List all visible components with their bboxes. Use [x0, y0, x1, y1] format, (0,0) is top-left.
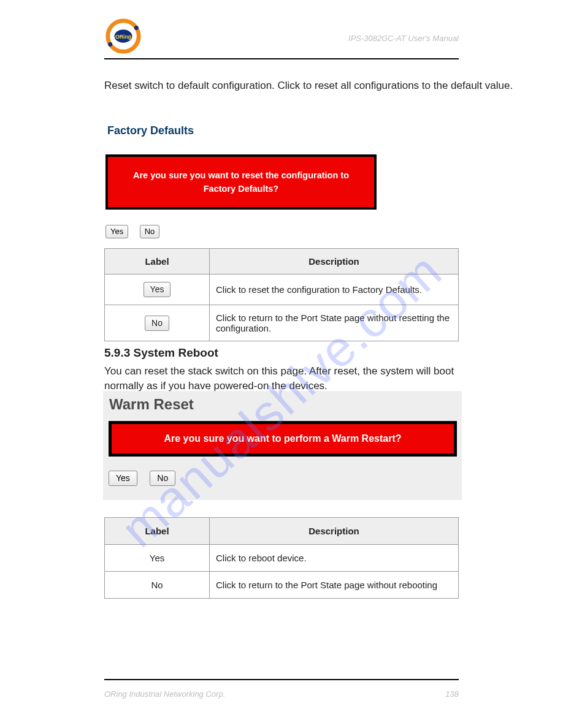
table-header-label: Label — [105, 518, 210, 545]
table-header-label: Label — [105, 249, 210, 275]
table-row: No Click to return to the Port State pag… — [105, 572, 459, 599]
table-cell-desc: Click to reboot device. — [210, 545, 459, 572]
table-cell-desc: Click to return to the Port State page w… — [210, 305, 459, 341]
table-cell-desc: Click to return to the Port State page w… — [210, 572, 459, 599]
footer-rule — [104, 679, 459, 680]
no-button-sample: No — [151, 580, 163, 590]
section1-intro: Reset switch to default configuration. C… — [104, 78, 513, 93]
svg-point-2 — [108, 42, 112, 47]
yes-button[interactable]: Yes — [105, 225, 128, 238]
yes-button[interactable]: Yes — [109, 471, 137, 486]
system-reboot-desc: You can reset the stack switch on this p… — [104, 364, 459, 393]
warm-reset-warning: Are you sure you want to perform a Warm … — [109, 421, 457, 457]
table-row: No Click to return to the Port State pag… — [105, 305, 459, 341]
yes-button-sample: Yes — [144, 282, 171, 297]
page-number: 138 — [445, 689, 459, 699]
svg-point-1 — [134, 26, 139, 30]
table-cell-desc: Click to reset the configuration to Fact… — [210, 275, 459, 305]
table-header-description: Description — [210, 249, 459, 275]
no-button[interactable]: No — [150, 471, 175, 486]
yes-button-sample: Yes — [150, 553, 164, 563]
header-doc-title: IPS-3082GC-AT User's Manual — [348, 34, 459, 43]
brand-logo: ORing — [104, 17, 142, 55]
warm-reset-warning-text: Are you sure you want to perform a Warm … — [164, 433, 401, 444]
table-header-description: Description — [210, 518, 459, 545]
table-row: Yes Click to reset the configuration to … — [105, 275, 459, 305]
warning-line1: Are you sure you want to reset the confi… — [108, 169, 374, 182]
factory-defaults-title: Factory Defaults — [107, 124, 194, 137]
header-rule — [104, 58, 459, 59]
no-button-sample: No — [145, 316, 169, 331]
footer-company: ORing Industrial Networking Corp. — [104, 689, 225, 699]
system-reboot-heading: 5.9.3 System Reboot — [104, 346, 218, 360]
warning-line2: Factory Defaults? — [108, 182, 374, 195]
factory-defaults-table: Label Description Yes Click to reset the… — [104, 248, 459, 341]
warm-reset-panel: Warm Reset Are you sure you want to perf… — [103, 391, 462, 500]
warm-reset-table: Label Description Yes Click to reboot de… — [104, 517, 459, 599]
no-button[interactable]: No — [140, 225, 160, 238]
table-row: Yes Click to reboot device. — [105, 545, 459, 572]
factory-defaults-warning: Are you sure you want to reset the confi… — [105, 154, 377, 210]
svg-text:ORing: ORing — [115, 34, 131, 40]
warm-reset-title: Warm Reset — [109, 396, 194, 413]
